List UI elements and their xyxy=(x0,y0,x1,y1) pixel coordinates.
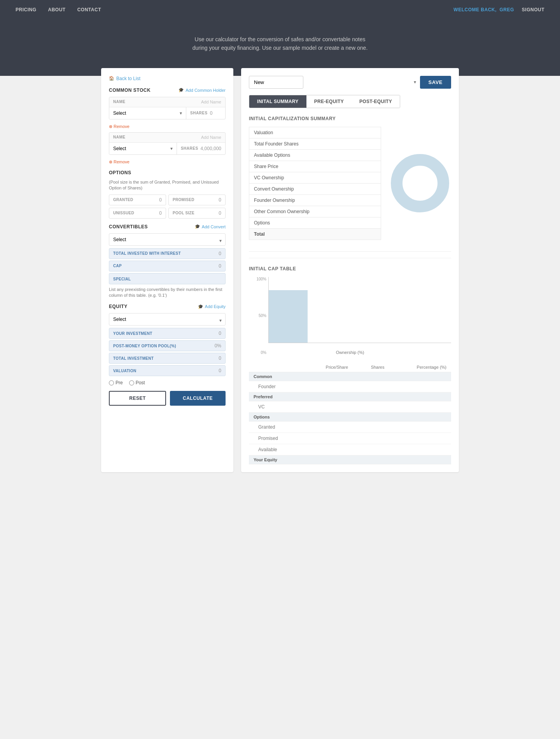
model-select-wrap: New xyxy=(249,76,420,89)
preexisting-note: List any preexisting convertibles by the… xyxy=(109,287,226,299)
post-radio-label[interactable]: Post xyxy=(129,380,145,385)
model-select[interactable]: New xyxy=(249,76,303,89)
pool-size-label: POOL SIZE xyxy=(173,211,194,215)
promised-label: PROMISED xyxy=(173,198,194,202)
col-shares: Shares xyxy=(353,362,389,372)
holder2-select[interactable]: Select xyxy=(109,143,177,154)
action-buttons: RESET CALCULATE xyxy=(109,391,226,406)
options-description: (Pool size is the sum of Granted, Promis… xyxy=(109,179,226,191)
holder1-group: NAME Add Name Select SHARES 0 xyxy=(109,97,226,119)
equity-title: EQUITY xyxy=(109,304,128,309)
granted-row-label: Granted xyxy=(249,421,303,433)
holder1-shares-value: 0 xyxy=(210,110,213,116)
common-stock-header: COMMON STOCK 🎓 Add Common Holder xyxy=(109,88,226,93)
holder1-remove[interactable]: Remove xyxy=(109,124,130,129)
common-founder-row: Founder xyxy=(249,381,451,392)
vc-shares xyxy=(353,401,389,412)
bar-chart: 100% 50% 0% Ownership (%) xyxy=(249,277,451,355)
your-investment-label: YOUR INVESTMENT xyxy=(113,331,152,336)
donut-chart xyxy=(389,152,451,214)
holder2-name-placeholder: Add Name xyxy=(201,135,221,140)
preferred-section-label: Preferred xyxy=(249,392,451,401)
holder2-select-wrap: Select xyxy=(109,143,177,154)
equity-header: EQUITY 🎓 Add Equity xyxy=(109,304,226,309)
bar-1 xyxy=(269,290,308,343)
back-to-list-link[interactable]: Back to List xyxy=(109,76,226,81)
nav-pricing[interactable]: PRICING xyxy=(16,7,37,12)
equity-select-wrap: Select xyxy=(109,313,226,328)
vc-price xyxy=(303,401,353,412)
nav-about[interactable]: ABOUT xyxy=(48,7,66,12)
summary-vc-ownership: VC Ownership xyxy=(249,172,381,184)
x-axis-label: Ownership (%) xyxy=(336,350,364,355)
tab-initial-summary[interactable]: INITAL SUMMARY xyxy=(249,95,306,108)
summary-total: Total xyxy=(249,228,381,240)
valuation-value: 0 xyxy=(219,368,221,373)
options-available-row: Available xyxy=(249,444,451,455)
holder2-name-row: NAME Add Name xyxy=(109,133,225,143)
options-title: OPTIONS xyxy=(109,170,131,175)
section-your-equity: Your Equity xyxy=(249,455,451,464)
add-convert-link[interactable]: 🎓 Add Convert xyxy=(195,224,226,229)
y-axis: 100% 50% 0% xyxy=(249,277,266,355)
post-money-value: 0% xyxy=(215,343,221,348)
hero-section: Use our calculator for the conversion of… xyxy=(0,19,560,76)
available-row-pct xyxy=(389,444,451,455)
option-unissued: UNISSUED 0 xyxy=(109,208,166,219)
available-row-price xyxy=(303,444,353,455)
add-equity-link[interactable]: 🎓 Add Equity xyxy=(198,304,226,309)
tab-pre-equity[interactable]: PRE-EQUITY xyxy=(306,95,352,108)
left-panel: Back to List COMMON STOCK 🎓 Add Common H… xyxy=(101,68,233,472)
reset-button[interactable]: RESET xyxy=(109,391,166,406)
post-money-row: POST-MONEY OPTION POOL(%) 0% xyxy=(109,340,226,351)
vc-pct xyxy=(389,401,451,412)
nav-contact[interactable]: CONTACT xyxy=(77,7,101,12)
tab-post-equity[interactable]: POST-EQUITY xyxy=(352,95,400,108)
col-price-share: Price/Share xyxy=(303,362,353,372)
y-label-50: 50% xyxy=(249,313,266,318)
holder2-select-shares: Select SHARES 4,000,000 xyxy=(109,143,225,154)
signout-link[interactable]: SIGNOUT xyxy=(522,7,544,12)
section-preferred: Preferred xyxy=(249,392,451,401)
granted-row-price xyxy=(303,421,353,433)
calculate-button[interactable]: CALCULATE xyxy=(170,391,226,406)
holder1-shares-wrap: SHARES 0 xyxy=(186,107,225,119)
add-common-holder-link[interactable]: 🎓 Add Common Holder xyxy=(178,88,226,93)
summary-options: Options xyxy=(249,217,381,229)
granted-row-shares xyxy=(353,421,389,433)
pool-size-value: 0 xyxy=(219,210,221,216)
pre-post-radio: Pre Post xyxy=(109,380,226,385)
granted-row-pct xyxy=(389,421,451,433)
cap-table-title: INITIAL CAP TABLE xyxy=(249,258,451,271)
option-pool-size: POOL SIZE 0 xyxy=(168,208,226,219)
post-radio[interactable] xyxy=(129,380,134,385)
holder2-group: NAME Add Name Select SHARES 4,000,000 xyxy=(109,132,226,155)
total-invested-value: 0 xyxy=(219,251,221,256)
username: GREG xyxy=(499,7,514,12)
holder1-select-shares: Select SHARES 0 xyxy=(109,107,225,119)
save-button[interactable]: SAVE xyxy=(420,76,451,89)
main-content: Back to List COMMON STOCK 🎓 Add Common H… xyxy=(93,68,467,472)
holder2-remove[interactable]: Remove xyxy=(109,159,130,165)
holder1-name-placeholder: Add Name xyxy=(201,100,221,104)
convertibles-title: CONVERTIBLES xyxy=(109,224,148,229)
valuation-label: VALUATION xyxy=(113,369,136,373)
options-section: OPTIONS (Pool size is the sum of Granted… xyxy=(109,170,226,219)
common-section-label: Common xyxy=(249,372,451,381)
holder2-shares-label: SHARES xyxy=(181,146,198,151)
welcome-label: WELCOME BACK, xyxy=(453,7,497,12)
option-promised: PROMISED 0 xyxy=(168,194,226,205)
convertibles-select[interactable]: Select xyxy=(109,233,226,246)
holder1-select[interactable]: Select xyxy=(109,107,186,119)
equity-select[interactable]: Select xyxy=(109,313,226,326)
unissued-label: UNISSUED xyxy=(113,211,134,215)
summary-share-price: Share Price xyxy=(249,161,381,172)
holder2-shares-value: 4,000,000 xyxy=(201,146,221,151)
right-panel: New SAVE INITAL SUMMARY PRE-EQUITY POST-… xyxy=(241,68,459,472)
top-bar: New SAVE xyxy=(249,76,451,89)
cap-row: CAP 0 xyxy=(109,261,226,271)
cap-label: CAP xyxy=(113,264,122,268)
pre-radio-label[interactable]: Pre xyxy=(109,380,123,385)
pre-radio[interactable] xyxy=(109,380,114,385)
promised-value: 0 xyxy=(219,197,221,203)
